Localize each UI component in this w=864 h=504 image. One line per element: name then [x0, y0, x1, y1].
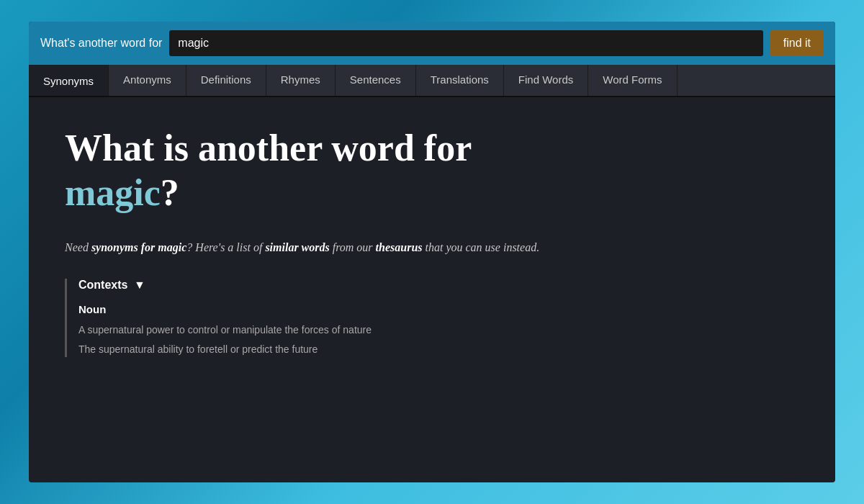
main-container: What's another word for find it Synonyms…	[29, 22, 835, 482]
tab-find-words[interactable]: Find Words	[504, 65, 588, 96]
contexts-arrow-icon: ▼	[134, 279, 145, 292]
tab-translations[interactable]: Translations	[416, 65, 504, 96]
tab-sentences[interactable]: Sentences	[336, 65, 416, 96]
tab-rhymes[interactable]: Rhymes	[266, 65, 336, 96]
description-text: Need synonyms for magic? Here's a list o…	[65, 238, 799, 257]
context-item-1: A supernatural power to control or manip…	[78, 323, 799, 338]
tab-antonyms[interactable]: Antonyms	[109, 65, 186, 96]
find-button[interactable]: find it	[770, 30, 824, 56]
title-punctuation: ?	[161, 172, 179, 213]
search-label: What's another word for	[40, 37, 162, 50]
content-area: What is another word for magic? Need syn…	[29, 97, 835, 482]
context-item-2: The supernatural ability to foretell or …	[78, 342, 799, 357]
noun-label: Noun	[78, 303, 799, 315]
tab-definitions[interactable]: Definitions	[186, 65, 266, 96]
page-title: What is another word for magic?	[65, 126, 799, 216]
tab-word-forms[interactable]: Word Forms	[588, 65, 677, 96]
title-word: magic	[65, 172, 161, 213]
title-prefix: What is another word for	[65, 127, 472, 168]
search-input[interactable]	[169, 30, 762, 56]
tab-synonyms[interactable]: Synonyms	[29, 65, 109, 96]
contexts-header[interactable]: Contexts ▼	[78, 279, 799, 292]
contexts-section: Contexts ▼ Noun A supernatural power to …	[65, 279, 799, 357]
contexts-label: Contexts	[78, 279, 127, 291]
header-bar: What's another word for find it	[29, 22, 835, 65]
tab-bar: Synonyms Antonyms Definitions Rhymes Sen…	[29, 65, 835, 97]
